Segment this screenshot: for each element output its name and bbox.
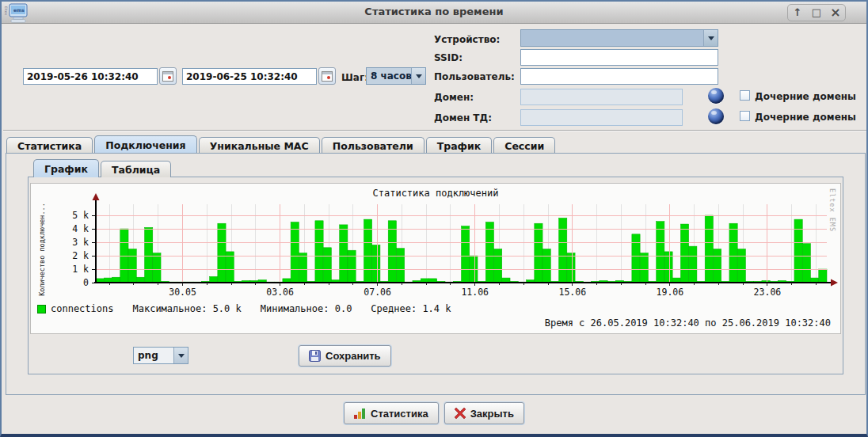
bar [810, 278, 818, 283]
rollup-icon[interactable]: ↑ [790, 5, 805, 21]
step-combobox[interactable]: 8 часов [366, 67, 426, 85]
bar [421, 279, 428, 283]
bar [348, 250, 356, 283]
bar [428, 279, 436, 283]
bar [218, 223, 226, 283]
bar [664, 252, 672, 283]
y-tick-label: 3 k [72, 237, 89, 248]
y-tick-label: 5 k [72, 210, 89, 221]
bar [640, 253, 648, 283]
subtab-1[interactable]: Таблица [101, 161, 171, 177]
statistics-by-time-window: Eltex ems Статистика по времени ↑ □ × Ша… [0, 0, 868, 437]
maximize-icon[interactable]: □ [809, 5, 824, 21]
chevron-down-icon[interactable] [703, 30, 718, 46]
date-to-calendar-button[interactable] [318, 67, 336, 85]
y-tick-label: 4 k [72, 223, 89, 234]
domain-ap-field [520, 109, 683, 126]
bar [396, 249, 404, 283]
sub-tabs: ГрафикТаблица [33, 159, 173, 177]
bar [388, 221, 396, 283]
chart-title: Статистика подключений [31, 188, 840, 199]
domain-ap-child-domains-checkbox[interactable] [740, 111, 750, 121]
legend-min-label: Минимальное: 0.0 [261, 303, 352, 314]
main-tabs: СтатистикаПодключенияУникальные MACПольз… [6, 135, 557, 154]
domain-child-domains-checkbox[interactable] [740, 90, 750, 101]
title-bar[interactable]: Eltex ems Статистика по времени ↑ □ × [2, 2, 866, 24]
date-from-input[interactable] [23, 68, 158, 85]
export-format-value: png [134, 348, 173, 363]
bar [502, 278, 510, 283]
x-tick-label: 19.06 [657, 287, 684, 298]
bar [226, 252, 234, 283]
domain-ap-globe-button[interactable] [708, 108, 724, 124]
user-input[interactable] [520, 68, 718, 85]
close-button-label: Закрыть [470, 408, 514, 420]
footer-buttons: Статистика Закрыть [2, 402, 866, 424]
subtab-0[interactable]: График [33, 159, 99, 177]
device-value [521, 30, 703, 46]
chevron-down-icon[interactable] [173, 348, 188, 363]
tab-0[interactable]: Статистика [6, 137, 93, 154]
bar [705, 215, 713, 283]
save-button[interactable]: Сохранить [299, 345, 391, 367]
bar [802, 244, 810, 283]
y-tick-label: 1 k [72, 264, 89, 275]
x-tick-label: 11.06 [461, 287, 489, 298]
bar [372, 245, 380, 283]
domain-globe-button[interactable] [708, 88, 724, 104]
bar [315, 221, 323, 283]
date-to-input[interactable] [182, 68, 317, 85]
domain-field [520, 89, 683, 105]
domain-ap-child-domains-label: Дочерние домены [755, 112, 856, 123]
bar [672, 278, 680, 283]
ssid-input[interactable] [520, 49, 718, 66]
legend-max-label: Максимальное: 5.0 k [132, 303, 241, 314]
legend-avg-label: Среднее: 1.4 k [371, 303, 451, 314]
tab-2[interactable]: Уникальные MAC [199, 137, 320, 154]
tab-1[interactable]: Подключения [94, 135, 196, 154]
tab-4[interactable]: Трафик [426, 137, 493, 154]
step-value: 8 часов [367, 68, 411, 84]
bar [689, 246, 697, 283]
window-title: Статистика по времени [2, 6, 866, 17]
floppy-disk-icon [309, 350, 321, 362]
device-combobox[interactable] [520, 29, 718, 47]
tab-5[interactable]: Сессии [493, 137, 555, 154]
bar [96, 279, 104, 283]
bar [299, 253, 306, 283]
close-button[interactable]: Закрыть [444, 402, 524, 424]
bar [340, 225, 348, 283]
bar-chart-icon [354, 408, 366, 419]
bar [210, 276, 218, 283]
bar [567, 253, 575, 283]
device-label: Устройство: [434, 34, 500, 45]
ssid-label: SSID: [434, 52, 463, 63]
bar [291, 222, 299, 283]
bar [145, 227, 153, 283]
y-tick-label: 2 k [72, 250, 89, 261]
bar [462, 226, 470, 283]
bar [323, 248, 331, 283]
bar [542, 249, 550, 283]
statistics-button[interactable]: Статистика [344, 402, 439, 424]
bar [128, 249, 136, 283]
tab-3[interactable]: Пользователи [322, 137, 424, 154]
y-tick-label: 0 [83, 277, 89, 288]
close-icon[interactable]: × [828, 5, 843, 21]
separator [3, 130, 866, 131]
x-tick-label: 03.06 [266, 287, 294, 298]
bar [136, 277, 144, 283]
export-format-combobox[interactable]: png [133, 347, 188, 364]
date-from-calendar-button[interactable] [159, 67, 177, 85]
bar [819, 269, 827, 283]
chevron-down-icon[interactable] [411, 68, 425, 84]
window-controls: ↑ □ × [787, 4, 846, 21]
domain-ap-label: Домен ТД: [434, 112, 492, 124]
red-x-icon [455, 408, 466, 419]
bar [680, 224, 688, 283]
chart-watermark: Eltex EMS [828, 188, 836, 232]
chart-time-range: Время с 26.05.2019 10:32:40 по 25.06.201… [545, 317, 831, 329]
x-tick-label: 23.06 [754, 287, 782, 298]
step-label: Шаг: [341, 72, 368, 83]
calendar-icon [322, 71, 333, 82]
